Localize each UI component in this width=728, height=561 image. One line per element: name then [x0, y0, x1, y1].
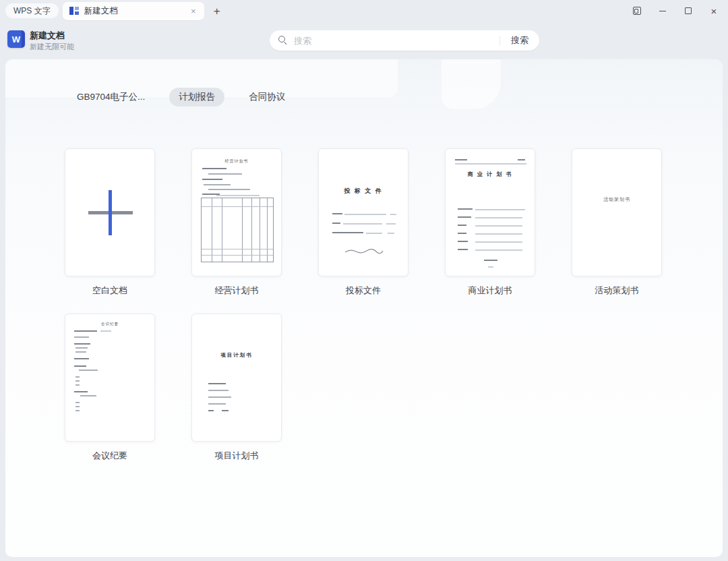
template-card-blank[interactable]	[65, 148, 155, 276]
doc-line	[388, 233, 394, 234]
template-label: 商业计划书	[445, 285, 535, 297]
doc-line	[475, 241, 522, 243]
category-gb9704[interactable]: GB9704电子公...	[67, 88, 154, 107]
template-cell: 活动策划书 活动策划书	[572, 148, 662, 297]
doc-line	[202, 179, 222, 180]
thumb-title: 经营计划书	[192, 158, 281, 165]
wps-window: WPS 文字 新建文档 × + × W 新建文档 新建无限可能 搜索	[0, 0, 728, 561]
wps-menu-button[interactable]: WPS 文字	[5, 3, 59, 18]
doc-line	[475, 209, 525, 210]
doc-line	[475, 249, 522, 251]
wps-menu-label: WPS 文字	[13, 5, 51, 17]
doc-line	[208, 383, 226, 384]
doc-line	[208, 173, 242, 175]
minimize-button[interactable]	[655, 3, 670, 18]
template-cell: 项目计划书 项目计划书	[191, 314, 282, 462]
close-button[interactable]: ×	[706, 3, 721, 18]
doc-line	[75, 351, 86, 353]
category-tabs: GB9704电子公... 计划报告 合同协议	[67, 88, 295, 107]
doc-line	[75, 406, 80, 407]
thumb-title: 活动策划书	[572, 196, 661, 203]
doc-line	[390, 214, 396, 215]
doc-line	[74, 343, 90, 345]
doc-line	[208, 403, 226, 405]
doc-thumbnail: 商 业 计 划 书	[446, 149, 535, 276]
doc-thumbnail: 会议纪要	[65, 314, 154, 441]
doc-line	[75, 380, 80, 382]
doc-line	[458, 249, 468, 250]
tab-title: 新建文档	[84, 5, 189, 17]
template-cell: 会议纪要	[65, 314, 155, 462]
template-panel: GB9704电子公... 计划报告 合同协议 空白文档 经	[5, 59, 723, 557]
doc-line	[475, 217, 522, 218]
doc-line	[488, 266, 493, 268]
template-label: 空白文档	[65, 285, 155, 297]
window-controls: ×	[630, 0, 721, 22]
doc-line	[74, 391, 88, 392]
doc-thumbnail: 活动策划书	[572, 149, 661, 276]
panel-highlight	[442, 59, 501, 109]
search-icon	[278, 36, 288, 45]
doc-line	[79, 370, 98, 371]
template-cell-blank: 空白文档	[65, 148, 155, 297]
doc-line	[484, 260, 497, 261]
template-label: 项目计划书	[191, 450, 282, 462]
doc-line	[475, 233, 522, 235]
thumb-title: 项目计划书	[192, 352, 281, 359]
doc-line	[332, 232, 363, 233]
doc-thumbnail: 经营计划书	[192, 149, 281, 276]
template-card-project-plan[interactable]: 项目计划书	[191, 314, 282, 442]
doc-thumbnail: 项目计划书	[192, 314, 281, 441]
doc-line	[475, 225, 522, 227]
doc-line	[458, 208, 473, 210]
doc-line	[74, 358, 89, 359]
signature-squiggle	[344, 247, 384, 254]
blank-thumbnail	[65, 149, 154, 276]
template-cell: 投 标 文 件 投标文件	[318, 148, 408, 297]
template-cell: 商 业 计 划 书	[445, 148, 535, 297]
doc-line	[75, 410, 80, 411]
thumb-title: 投 标 文 件	[319, 187, 408, 196]
plus-icon	[109, 190, 112, 235]
wps-writer-logo: W	[7, 30, 25, 48]
category-plan-report[interactable]: 计划报告	[169, 88, 224, 107]
template-card-bid-document[interactable]: 投 标 文 件	[318, 148, 408, 276]
doc-line	[204, 184, 231, 185]
doc-line	[74, 336, 89, 338]
doc-line	[458, 225, 466, 226]
category-contract[interactable]: 合同协议	[239, 88, 295, 107]
titlebar: WPS 文字 新建文档 × + ×	[0, 0, 728, 22]
search-button[interactable]: 搜索	[500, 34, 539, 47]
template-label: 经营计划书	[191, 285, 282, 297]
search-bar[interactable]: 搜索	[270, 30, 539, 51]
template-card-event-plan[interactable]: 活动策划书	[572, 148, 662, 276]
dock-window-button[interactable]	[630, 3, 644, 18]
doc-line	[332, 223, 340, 224]
tab-new-document[interactable]: 新建文档 ×	[63, 2, 204, 20]
maximize-button[interactable]	[681, 3, 696, 18]
new-tab-button[interactable]: +	[214, 5, 220, 17]
doc-line	[75, 347, 88, 349]
doc-line	[458, 241, 468, 242]
doc-line	[208, 396, 231, 398]
template-card-meeting-minutes[interactable]: 会议纪要	[65, 314, 155, 442]
maximize-icon	[685, 7, 692, 14]
doc-line	[80, 395, 96, 396]
minimize-icon	[659, 11, 666, 11]
doc-line	[75, 402, 80, 403]
doc-line	[216, 195, 260, 196]
doc-line	[208, 410, 214, 411]
doc-line	[344, 214, 386, 215]
template-label: 活动策划书	[572, 285, 662, 297]
tab-close-icon[interactable]: ×	[189, 6, 198, 16]
template-card-business-operation[interactable]: 经营计划书	[191, 148, 282, 276]
doc-line	[455, 163, 526, 165]
search-input[interactable]	[294, 36, 499, 46]
page-subtitle: 新建无限可能	[30, 42, 74, 52]
doc-line	[74, 330, 97, 332]
template-grid: 空白文档 经营计划书	[65, 148, 663, 462]
doc-mini-table	[201, 198, 274, 262]
doc-line	[343, 223, 382, 225]
template-label: 投标文件	[318, 285, 408, 297]
template-card-business-plan[interactable]: 商 业 计 划 书	[445, 148, 535, 276]
